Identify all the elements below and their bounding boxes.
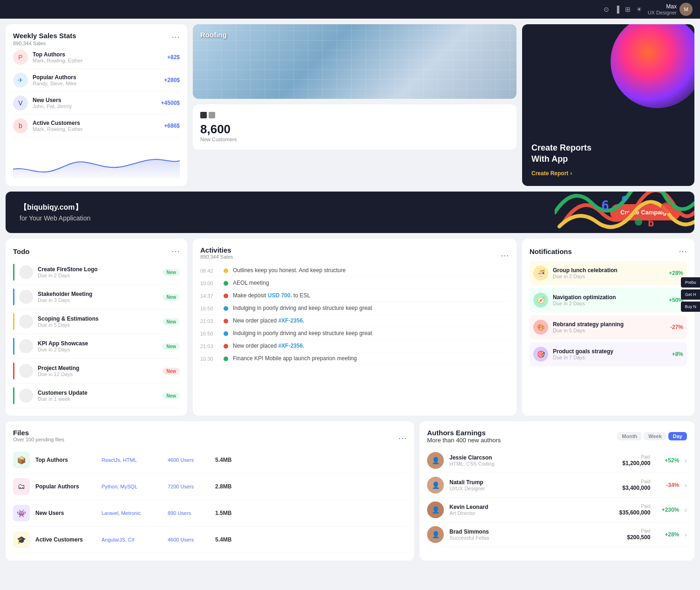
weekly-stats-menu[interactable]: ⋯ [171,32,180,42]
activity-dot [224,294,228,298]
side-tab-buyn[interactable]: Buy N [681,302,700,312]
activity-time: 08:42 [200,268,219,274]
files-title: Files [13,429,64,437]
activity-text: Indulging in poorly driving and keep str… [233,305,372,311]
todo-item: Project Meeting Due in 12 Days New [13,359,180,384]
stat-name: Top Authors [33,51,163,58]
stat-value: +82$ [167,54,180,61]
search-icon[interactable]: ⊙ [604,6,609,13]
file-item: 👾 New Users Laravel, Metronic 890 Users … [13,500,407,527]
file-size: 2.8MB [215,483,231,490]
todo-color-bar [13,288,14,305]
notif-item: 🧭 Navigation optimization Due in 2 Days … [530,288,687,312]
activity-dot [224,357,228,361]
file-tech: Python, MySQL [102,484,162,489]
author-name: Brad Simmons [449,528,621,535]
notif-item: 🎯 Product goals strategy Due in 7 Days +… [530,342,687,366]
author-info: Brad Simmons Successful Fellas [449,528,621,541]
todo-card: Todo ⋯ Create FireStone Logo Due in 2 Da… [6,239,187,416]
side-tab-prebu[interactable]: Prebu [681,277,700,288]
author-pct: +52% [656,457,679,464]
author-arrow[interactable]: › [685,481,687,489]
author-item: 👤 Jessie Clarcson HTML, CSS Coding Paid … [427,448,687,473]
author-arrow[interactable]: › [685,506,687,514]
grid-icon[interactable]: ⊞ [625,6,631,13]
author-amount: $3,400,000 [622,485,650,491]
notif-item: 🎨 Rebrand strategy planning Due in 5 Day… [530,315,687,339]
activity-text: Outlines keep you honest. And keep struc… [233,267,346,274]
svg-point-2 [622,196,627,201]
todo-name: Customers Update [38,390,158,396]
author-items: 👤 Jessie Clarcson HTML, CSS Coding Paid … [427,448,687,547]
author-name: Natali Trump [449,479,617,486]
author-avatar: 👤 [427,501,444,518]
todo-avatar [19,389,33,403]
notif-due: Due in 7 Days [553,355,667,360]
new-customers-label: New Customers [200,137,509,142]
notif-name: Group lunch celebration [553,267,664,274]
author-avatar: 👤 [427,526,444,543]
author-name: Jessie Clarcson [449,454,617,461]
nc-icon-light [209,112,215,118]
todo-due: Due in 12 Days [38,371,158,377]
period-week-btn[interactable]: Week [644,432,666,440]
files-menu[interactable]: ⋯ [398,433,407,443]
avatar[interactable]: M [680,3,693,16]
todo-menu[interactable]: ⋯ [171,246,180,256]
create-report-link[interactable]: Create Report › [531,170,685,177]
notif-value: +8% [672,351,683,357]
activity-text: New order placed #XF-2356. [233,343,304,349]
author-item: 👤 Natali Trump UI/UX Designer Paid $3,40… [427,473,687,498]
author-info: Natali Trump UI/UX Designer [449,479,617,491]
author-role: HTML, CSS Coding [449,461,617,467]
file-tech: ReactJs, HTML [102,457,162,463]
file-item: 🎓 Active Customers AngularJS, C# 4600 Us… [13,527,407,553]
todo-avatar [19,315,33,329]
stat-info: New Users John, Pat, Jimmy [33,97,156,109]
author-earnings: Paid $35,600,000 [619,504,651,516]
notifications-title: Notifications [530,247,572,255]
file-icon: 📦 [13,452,30,468]
todo-color-bar [13,387,14,404]
todo-badge: New [163,269,180,276]
activity-dot [224,319,228,323]
activity-item: 14:37 Make deposit USD 700. to ESL [200,289,509,302]
author-arrow[interactable]: › [685,531,687,538]
todo-item: Create FireStone Logo Due in 2 Days New [13,260,180,285]
todo-color-bar [13,313,14,330]
file-icon: 🎓 [13,531,30,548]
todo-name: Scoping & Estimations [38,316,158,322]
activity-time: 16:50 [200,306,219,311]
file-name: New Users [35,510,96,516]
author-arrow[interactable]: › [685,457,687,464]
side-tab-geth[interactable]: Get H [681,289,700,300]
theme-icon[interactable]: ☀ [636,6,642,13]
weekly-stats-subtitle: 890,344 Sales [13,41,180,46]
user-profile[interactable]: Max UX Designer M [648,3,693,16]
author-paid-label: Paid [619,504,651,509]
todo-color-bar [13,338,14,355]
todo-color-bar [13,264,14,281]
notif-icon: 🎨 [533,320,548,335]
files-card: Files Over 100 pending files ⋯ 📦 Top Aut… [6,421,414,561]
notifications-card: Notifications ⋯ 🍜 Group lunch celebratio… [522,239,694,416]
activities-menu[interactable]: ⋯ [501,250,509,261]
todo-due: Due in 2 Days [38,347,158,352]
author-info: Kevin Leonard Art Director [449,504,614,516]
file-items: 📦 Top Authors ReactJs, HTML 4600 Users 5… [13,447,407,553]
notif-due: Due in 5 Days [553,328,666,333]
author-item: 👤 Brad Simmons Successful Fellas Paid $2… [427,522,687,547]
activity-dot [224,331,228,336]
notifications-menu[interactable]: ⋯ [679,246,687,256]
stat-value: +4500$ [161,100,180,106]
period-day-btn[interactable]: Day [668,432,687,440]
activity-text: Indulging in poorly driving and keep str… [233,330,372,336]
author-avatar: 👤 [427,477,444,494]
notif-name: Product goals strategy [553,348,667,355]
stat-info: Top Authors Mark, Rowling, Esther [33,51,163,63]
side-panel: Prebu Get H Buy N [681,277,700,313]
activity-item: 08:42 Outlines keep you honest. And keep… [200,264,509,277]
period-month-btn[interactable]: Month [617,432,642,440]
author-paid-label: Paid [622,479,650,484]
activity-time: 14:37 [200,293,219,299]
